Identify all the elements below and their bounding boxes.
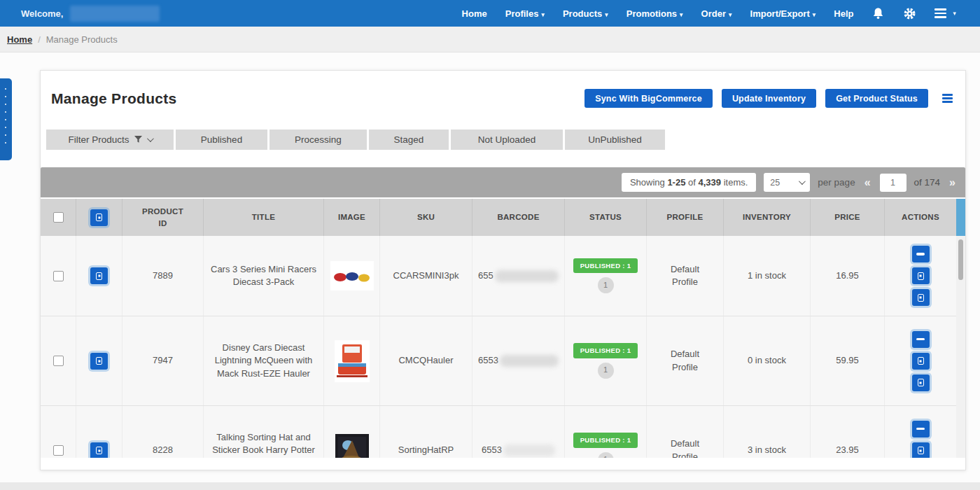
view-button[interactable]	[912, 442, 930, 458]
minus-icon	[916, 338, 925, 340]
status-count: 1	[598, 277, 614, 293]
barcode-cell: 655	[472, 236, 564, 316]
grid-view-icon	[96, 272, 102, 280]
breadcrumb-current: Manage Products	[46, 34, 118, 45]
filter-tab-processing[interactable]: Processing	[270, 130, 367, 150]
prev-page-button[interactable]: «	[863, 176, 872, 189]
header-product-id: PRODUCT ID	[122, 199, 203, 236]
sku-cell: SortingHatRP	[379, 406, 472, 458]
row-checkbox[interactable]	[53, 271, 64, 281]
header-inventory: INVENTORY	[723, 199, 810, 236]
welcome-label: Welcome,	[21, 8, 63, 19]
header-profile: PROFILE	[646, 199, 723, 236]
chevron-down-icon: ▾	[953, 10, 956, 17]
get-product-status-button[interactable]: Get Product Status	[825, 89, 928, 108]
remove-button[interactable]	[912, 246, 930, 262]
nav-promotions[interactable]: Promotions▾	[626, 8, 683, 19]
preview-icon	[918, 294, 924, 302]
nav-menu: Home Profiles▾ Products▾ Promotions▾ Ord…	[462, 7, 956, 20]
price-cell: 59.95	[810, 316, 884, 405]
chevron-down-icon	[146, 135, 153, 142]
header-title: TITLE	[203, 199, 323, 236]
row-actions	[884, 406, 956, 458]
row-checkbox[interactable]	[53, 445, 64, 456]
product-image	[335, 434, 369, 458]
redacted-barcode	[503, 444, 555, 456]
scrollbar-thumb[interactable]	[958, 239, 963, 280]
edit-button[interactable]	[912, 289, 930, 306]
select-all-checkbox[interactable]	[53, 212, 64, 223]
table-row: 8228 Talking Sorting Hat and Sticker Boo…	[41, 406, 956, 458]
barcode-cell: 6553	[472, 316, 564, 405]
minus-icon	[916, 253, 925, 255]
breadcrumb-home-link[interactable]: Home	[7, 34, 32, 45]
row-actions	[884, 316, 956, 405]
nav-order[interactable]: Order▾	[701, 8, 732, 19]
filter-tab-not-uploaded[interactable]: Not Uploaded	[451, 130, 563, 150]
side-feedback-tab[interactable]	[0, 78, 12, 160]
per-page-label: per page	[818, 177, 855, 188]
settings-gear-icon[interactable]	[903, 7, 916, 20]
profile-cell: Default Profile	[646, 316, 723, 405]
chevron-down-icon: ▾	[729, 11, 732, 18]
status-count: 1	[598, 363, 614, 379]
page-number-input[interactable]	[880, 174, 906, 192]
inventory-cell: 0 in stock	[723, 316, 810, 405]
filter-tab-unpublished[interactable]: UnPublished	[565, 130, 665, 150]
redacted-barcode	[500, 355, 559, 367]
status-cell: PUBLISHED : 1 1	[564, 236, 646, 316]
row-action-button[interactable]	[90, 442, 108, 458]
filter-tabs: Filter Products Published Processing Sta…	[46, 130, 960, 150]
row-checkbox[interactable]	[53, 356, 64, 366]
redacted-barcode	[495, 270, 559, 282]
filter-tab-staged[interactable]: Staged	[369, 130, 449, 150]
product-image	[330, 261, 374, 290]
row-action-button[interactable]	[90, 267, 108, 284]
edit-button[interactable]	[912, 374, 930, 391]
breadcrumb: Home / Manage Products	[0, 27, 980, 52]
preview-icon	[918, 272, 924, 280]
nav-home[interactable]: Home	[462, 8, 487, 19]
row-action-button[interactable]	[90, 353, 108, 370]
pagination-bar: Showing 1-25 of 4,339 items. 25 per page…	[41, 167, 965, 197]
funnel-icon	[134, 136, 142, 144]
table-row: 7889 Cars 3 Series Mini Racers Diecast 3…	[41, 236, 956, 316]
sku-cell: CMCQHauler	[379, 316, 472, 405]
update-inventory-button[interactable]: Update Inventory	[722, 89, 816, 108]
top-navbar: Welcome, Home Profiles▾ Products▾ Promot…	[0, 0, 980, 27]
view-button[interactable]	[912, 267, 930, 284]
chevron-down-icon	[799, 178, 806, 185]
next-page-button[interactable]: »	[948, 176, 957, 189]
product-id-cell: 7947	[122, 316, 203, 405]
preview-icon	[918, 447, 924, 454]
view-button[interactable]	[912, 353, 930, 370]
nav-profiles[interactable]: Profiles▾	[505, 8, 545, 19]
status-cell: PUBLISHED : 1 1	[564, 316, 646, 405]
product-image	[335, 340, 370, 382]
sync-with-bigcommerce-button[interactable]: Sync With BigCommerce	[584, 89, 713, 108]
chevron-down-icon: ▾	[680, 11, 683, 18]
nav-products[interactable]: Products▾	[563, 8, 608, 19]
redacted-username	[70, 6, 160, 22]
profile-cell: Default Profile	[646, 406, 723, 458]
table-scrollbar	[956, 199, 965, 458]
remove-button[interactable]	[912, 331, 930, 348]
header-price: PRICE	[810, 199, 884, 236]
product-id-cell: 8228	[122, 406, 203, 458]
nav-help[interactable]: Help	[834, 8, 853, 19]
filter-tab-published[interactable]: Published	[176, 130, 267, 150]
per-page-select[interactable]: 25	[764, 173, 810, 192]
sku-cell: CCARSMINI3pk	[379, 236, 472, 316]
remove-button[interactable]	[912, 421, 930, 438]
hamburger-menu-icon[interactable]: ▾	[934, 8, 956, 18]
scrollbar-track	[956, 236, 965, 458]
preview-icon	[918, 357, 924, 365]
mass-action-button[interactable]	[90, 209, 108, 226]
grid-options-icon[interactable]	[942, 94, 953, 102]
header-image: IMAGE	[323, 199, 379, 236]
header-barcode: BARCODE	[472, 199, 564, 236]
filter-products-button[interactable]: Filter Products	[46, 130, 174, 150]
notification-bell-icon[interactable]	[872, 7, 885, 20]
status-cell: PUBLISHED : 1 1	[564, 406, 646, 458]
nav-import-export[interactable]: Import/Export▾	[750, 8, 816, 19]
